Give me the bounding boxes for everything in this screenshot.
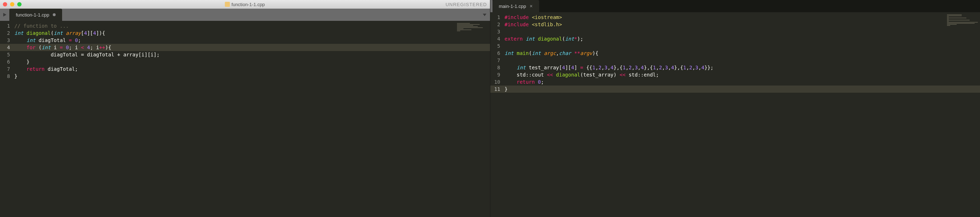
tab-label: function-1-1.cpp (16, 12, 49, 18)
editor-left[interactable]: 12345678 // function to ... int diagonal… (0, 21, 490, 217)
code-text: 0 (75, 37, 78, 43)
code-text: return (517, 79, 535, 85)
line-number: 1 (0, 22, 10, 29)
line-number: 9 (490, 71, 500, 78)
line-number: 11 (490, 86, 505, 93)
code-text: #include (505, 22, 529, 27)
code-left[interactable]: // function to ... int diagonal(int arra… (14, 22, 490, 217)
line-number: 7 (0, 65, 10, 73)
line-number: 10 (490, 78, 500, 86)
code-text: < (81, 45, 84, 50)
code-text: diagTotal (48, 66, 75, 72)
code-text: return (27, 66, 45, 72)
code-text: test_array (583, 72, 614, 78)
code-text: int (565, 36, 574, 41)
code-text: } (27, 59, 29, 65)
code-text: extern (505, 36, 523, 41)
code-text: int (531, 50, 541, 56)
code-text: ++ (99, 45, 105, 50)
code-text: <stdlib.h> (531, 22, 562, 27)
line-number: 8 (0, 73, 10, 80)
code-text: int (54, 30, 63, 36)
code-text: } (14, 73, 17, 79)
file-icon (225, 2, 230, 7)
line-number: 2 (490, 21, 500, 28)
code-text: diagonal (27, 30, 51, 36)
code-text: main (517, 50, 529, 56)
editor-right[interactable]: 1234567891011 #include <iostream> #inclu… (490, 12, 980, 217)
code-text: diagTotal (38, 37, 66, 43)
traffic-lights (3, 2, 22, 6)
code-text: int (27, 37, 35, 43)
line-number: 6 (490, 49, 500, 57)
code-text: for (27, 45, 35, 50)
code-text: * (574, 36, 577, 41)
line-number: 3 (0, 37, 10, 44)
minimize-icon[interactable] (10, 2, 14, 6)
code-text: 4 (87, 45, 90, 50)
line-number: 4 (490, 35, 500, 42)
tab-main-file[interactable]: main-1-1.cpp × (493, 0, 539, 12)
play-icon[interactable] (0, 9, 10, 21)
svg-marker-1 (483, 14, 487, 16)
code-text: diagonal (556, 72, 580, 78)
code-text: } (505, 86, 508, 92)
code-text: endl (644, 72, 656, 78)
gutter-right: 1234567891011 (490, 14, 505, 217)
left-pane: function-1-1.cpp UNREGISTERED function-1… (0, 0, 490, 217)
tab-dropdown-icon[interactable] (479, 9, 490, 21)
titlebar-filename: function-1-1.cpp (225, 2, 265, 7)
line-number: 4 (0, 44, 14, 51)
line-number: 1 (490, 14, 500, 21)
code-text: int (517, 65, 525, 70)
code-text: int (505, 50, 514, 56)
close-tab-icon[interactable]: × (530, 3, 532, 9)
svg-marker-0 (3, 13, 6, 16)
code-text: // function to ... (14, 23, 69, 29)
code-right[interactable]: #include <iostream> #include <stdlib.h> … (505, 14, 980, 217)
code-text: diagTotal = diagTotal + array[i][i]; (51, 52, 159, 57)
code-text: <iostream> (531, 14, 562, 20)
code-text: 0 (66, 45, 68, 50)
code-text: test_array (529, 65, 559, 70)
code-text: int (14, 30, 23, 36)
maximize-icon[interactable] (17, 2, 22, 6)
code-text: char (559, 50, 571, 56)
window-titlebar: function-1-1.cpp UNREGISTERED (0, 0, 490, 9)
line-number: 6 (0, 58, 10, 65)
line-number: 5 (490, 42, 500, 49)
line-number: 2 (0, 29, 10, 37)
code-text: #include (505, 14, 529, 20)
code-text: argc (544, 50, 556, 56)
code-text: = (69, 37, 72, 43)
line-number: 3 (490, 28, 500, 35)
code-text: 0 (538, 79, 541, 85)
tab-bar-left: function-1-1.cpp (0, 9, 490, 21)
close-icon[interactable] (3, 2, 7, 6)
tab-function-file[interactable]: function-1-1.cpp (10, 9, 62, 21)
code-text: = (580, 65, 583, 70)
tab-label: main-1-1.cpp (499, 3, 526, 9)
code-text: diagonal (538, 36, 562, 41)
line-number: 5 (0, 51, 10, 58)
titlebar-filename-text: function-1-1.cpp (232, 2, 265, 7)
tab-bar-right: main-1-1.cpp × (490, 0, 980, 12)
dirty-indicator-icon (53, 13, 56, 16)
unregistered-label: UNREGISTERED (445, 2, 487, 7)
code-text: int (526, 36, 535, 41)
line-number: 8 (490, 64, 500, 71)
right-pane: main-1-1.cpp × 1234567891011 #include <i… (490, 0, 980, 217)
code-text: array (66, 30, 81, 36)
code-text: argv (580, 50, 592, 56)
gutter-left: 12345678 (0, 22, 14, 217)
code-text: int (41, 45, 51, 50)
line-number: 7 (490, 57, 500, 64)
